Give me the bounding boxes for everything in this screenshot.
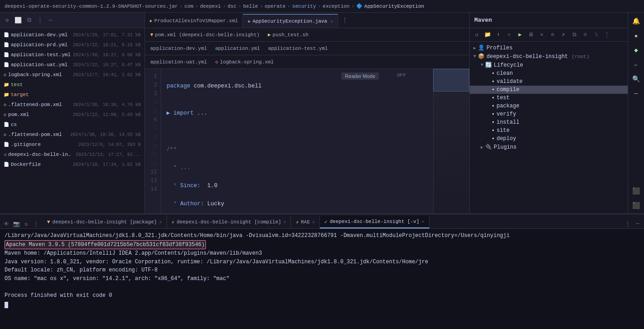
tab-close-button[interactable]: ✕ xyxy=(330,19,333,24)
maven-run-btn[interactable]: ▶ xyxy=(515,30,525,40)
maven-split-btn[interactable]: ⧉ xyxy=(569,30,579,40)
maven-lifecycle-site[interactable]: ▪ site xyxy=(470,126,628,135)
list-item[interactable]: ◇ logback-spring.xml 2023/12/7, 19:41, 2… xyxy=(0,70,144,80)
terminal-tab-close[interactable]: ✕ xyxy=(283,219,286,225)
tab-app-yml[interactable]: application.yml xyxy=(211,45,263,52)
camera-icon[interactable]: 📷 xyxy=(12,219,21,228)
maven-x-btn[interactable]: ✗ xyxy=(558,30,568,40)
terminal-tab-close[interactable]: ✕ xyxy=(159,219,162,225)
terminal-tab-v[interactable]: ✓ deepexi-dsc-belle-insight [-v] ✕ xyxy=(320,216,429,228)
minimize-icon[interactable]: — xyxy=(46,16,55,25)
yaml-icon: 📄 xyxy=(4,42,9,48)
tab-app-test-yml[interactable]: application-test.yml xyxy=(264,45,331,52)
maven-lifecycle-verify[interactable]: ▪ verify xyxy=(470,110,628,118)
terminal-tab-close[interactable]: ✕ xyxy=(422,219,425,224)
plugin-icon[interactable]: ◆ xyxy=(630,44,643,56)
list-item[interactable]: 📄 cs xyxy=(0,120,144,130)
root-suffix: (root) xyxy=(572,54,590,59)
terminal-tab-package[interactable]: ▼ deepexi-dsc-belle-insight [package] ✕ xyxy=(43,216,167,228)
list-item[interactable]: 📄 application-test.yml 2024/1/30, 18:27,… xyxy=(0,50,144,60)
search-icon[interactable]: 🔍 xyxy=(630,73,643,85)
list-item[interactable]: 📄 application-prd.yml 2024/1/22, 10:21, … xyxy=(0,40,144,50)
maven-add-btn[interactable]: ＋ xyxy=(504,30,514,40)
maven-lifecycle-install[interactable]: ▪ install xyxy=(470,118,628,126)
minus-icon[interactable]: — xyxy=(630,87,643,100)
terminal-tab-compile[interactable]: ⚡ deepexi-dsc-belle-insight [compile] ✕ xyxy=(167,216,291,228)
maven-thread-btn[interactable]: ⑊ xyxy=(591,30,601,40)
maven-download-btn[interactable]: ⬇ xyxy=(493,30,503,40)
terminal-tab-bar: 👁 📷 ↻ ⋮ ▼ deepexi-dsc-belle-insight [pac… xyxy=(0,214,644,229)
list-item[interactable]: ◇ pom.xml 2024/1/22, 11:00, 5.65 kB xyxy=(0,110,144,120)
xml-icon: ◇ xyxy=(4,72,6,77)
error-icon[interactable]: ⬛ xyxy=(630,199,643,212)
terminal-content[interactable]: /Library/Java/JavaVirtualMachines/jdk1.8… xyxy=(0,229,644,329)
maven-root-project[interactable]: ▼ 📦 deepexi-dsc-belle-insight (root) xyxy=(470,52,628,61)
list-item[interactable]: ◇ .flattened-pom.xml 2024/1/30, 18:30, 1… xyxy=(0,130,144,140)
editor-area: ◈ ProductAllexinfoV1Mapper.xml ◈ AppSecu… xyxy=(145,13,469,213)
folder-target[interactable]: 📁 target xyxy=(0,90,144,100)
maven-profiles[interactable]: ▶ 👤 Profiles xyxy=(470,44,628,52)
maven-plugins[interactable]: ▶ 🔌 Plugins xyxy=(470,143,628,151)
terminal-line-8: Process finished with exit code 0 xyxy=(5,291,639,300)
terminal-tab-label: deepexi-dsc-belle-insight [package] xyxy=(52,219,157,225)
more-icon[interactable]: ⋮ xyxy=(35,16,44,25)
maven-lifecycle-package[interactable]: ▪ package xyxy=(470,102,628,110)
maven-folder-btn[interactable]: 📁 xyxy=(482,30,492,40)
notification-icon[interactable]: 🔔 xyxy=(630,15,643,27)
refresh-icon[interactable]: ↻ xyxy=(22,219,31,228)
tab-app-uat-yml[interactable]: application-uat.yml xyxy=(147,58,210,66)
lifecycle-item-icon: ▪ xyxy=(491,103,495,109)
terminal-line-3: Maven home: /Applications/IntelliJ IDEA … xyxy=(5,249,639,258)
maven-debug-btn[interactable]: 🖥 xyxy=(526,30,536,40)
xml-icon2: ◇ xyxy=(215,59,218,65)
list-item[interactable]: ◁ deepexi-dsc-belle-insight (1).iml 2023… xyxy=(0,150,144,160)
tab-logback-xml[interactable]: ◇ logback-spring.xml xyxy=(211,58,277,66)
star-icon[interactable]: ★ xyxy=(630,29,643,42)
maven-lifecycle-clean[interactable]: ▪ clean xyxy=(470,69,628,77)
tab-mapper-xml[interactable]: ◈ ProductAllexinfoV1Mapper.xml xyxy=(145,14,243,28)
tab-app-security-exception[interactable]: ◈ AppSecurityException.java ✕ xyxy=(243,14,338,28)
eye-icon[interactable]: 👁 xyxy=(2,219,11,228)
chevron-right-icon: ▶ xyxy=(473,45,476,51)
list-item[interactable]: 📄 application-dev.yml 2024/1/29, 17:01, … xyxy=(0,30,144,40)
plugins-label: Plugins xyxy=(494,144,516,150)
tab-label: AppSecurityException.java xyxy=(253,19,327,24)
list-item[interactable]: 📄 Dockerfile 2024/1/10, 17:34, 1.02 kB xyxy=(0,160,144,169)
terminal-more-btn[interactable]: ⋮ xyxy=(623,219,632,228)
tab-push-test[interactable]: ▶ push_test.sh xyxy=(264,31,312,39)
terminal-line-7 xyxy=(5,283,639,292)
tab-pom-xml[interactable]: ▼ pom.xml (deepexi-dsc-belle-insight) xyxy=(147,31,263,39)
reader-mode-button[interactable]: Reader Mode xyxy=(341,73,379,80)
terminal-tab-rae[interactable]: ⚡ RAE ✕ xyxy=(291,216,320,228)
breadcrumb-jar[interactable]: deepexi-operate-security-common-1.2.9-SN… xyxy=(5,4,178,9)
list-item[interactable]: ◇ .flattened-pom.xml 2024/1/30, 18:30, 4… xyxy=(0,100,144,110)
off-badge: OFF xyxy=(397,73,406,78)
maven-lifecycle-deploy[interactable]: ▪ deploy xyxy=(470,135,628,143)
maven-lifecycle[interactable]: ▼ 🔄 Lifecycle xyxy=(470,61,628,69)
terminal-tab-close[interactable]: ✕ xyxy=(312,219,315,225)
maven-lifecycle-test[interactable]: ▪ test xyxy=(470,94,628,102)
more-icon[interactable]: ⋮ xyxy=(32,219,41,228)
tab-overflow-dots[interactable]: ⋮ xyxy=(338,16,352,24)
maven-more-btn[interactable]: ⋮ xyxy=(602,30,612,40)
split-icon[interactable]: ⧉ xyxy=(24,16,33,25)
list-item[interactable]: 📄 .gitignore 2023/12/6, 14:07, 393 B xyxy=(0,140,144,150)
terminal-minus-btn[interactable]: — xyxy=(633,219,642,228)
target-icon[interactable]: ⊙ xyxy=(3,16,12,25)
warning-icon[interactable]: ⬛ xyxy=(630,184,643,197)
lifecycle-item-icon: ▪ xyxy=(491,87,495,93)
maven-list-btn[interactable]: ≡ xyxy=(580,30,590,40)
maven-close-btn[interactable]: ✕ xyxy=(537,30,547,40)
maven-lifecycle-compile[interactable]: ▪ compile xyxy=(470,86,628,94)
folder-test[interactable]: 📁 test xyxy=(0,80,144,90)
expand-icon[interactable]: ⬜ xyxy=(14,16,23,25)
code-editor[interactable]: package com.deepexi.dsc.bell ▶ import ..… xyxy=(161,69,433,213)
edit-icon[interactable]: ✏ xyxy=(630,58,643,71)
list-item[interactable]: 📄 application-uat.yml 2024/1/22, 10:27, … xyxy=(0,60,144,70)
maven-lifecycle-validate[interactable]: ▪ validate xyxy=(470,77,628,86)
maven-refresh-btn[interactable]: ↺ xyxy=(472,30,482,40)
iml-icon: ◁ xyxy=(4,152,6,157)
far-right-panel: 🔔 ★ ◆ ✏ 🔍 — ⬛ ⬛ xyxy=(628,13,644,213)
tab-app-dev-yml[interactable]: application-dev.yml xyxy=(147,45,210,52)
maven-skip-btn[interactable]: ⊘ xyxy=(548,30,558,40)
